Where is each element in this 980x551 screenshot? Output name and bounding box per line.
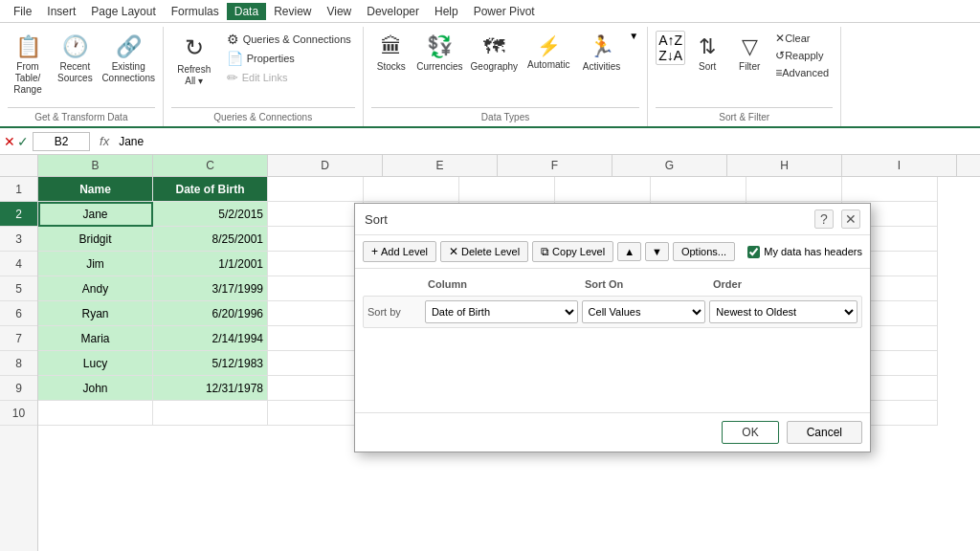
sort-az-za-group[interactable]: A↑Z Z↓A xyxy=(656,31,685,65)
reapply-button[interactable]: ↺ Reapply xyxy=(771,48,833,63)
menu-bar: File Insert Page Layout Formulas Data Re… xyxy=(0,0,980,23)
currencies-button[interactable]: 💱 Currencies xyxy=(413,31,466,77)
stocks-icon: 🏛 xyxy=(381,34,402,59)
properties-label: Properties xyxy=(247,53,295,64)
order-header: Order xyxy=(713,278,858,290)
sortfilter-right-col: ✕ Clear ↺ Reapply ≡ Advanced xyxy=(771,31,833,80)
datatypes-expand-button[interactable]: ▼ xyxy=(628,31,639,41)
delete-level-icon: ✕ xyxy=(449,245,458,258)
advanced-button[interactable]: ≡ Advanced xyxy=(771,65,833,80)
advanced-icon: ≡ xyxy=(775,66,782,79)
currencies-label: Currencies xyxy=(416,61,462,73)
activities-icon: 🏃 xyxy=(589,34,614,59)
dialog-window-controls: ? ✕ xyxy=(814,209,860,229)
sort-column-select[interactable]: Date of Birth Name xyxy=(425,300,578,323)
datatypes-group-label: Data Types xyxy=(371,107,639,122)
dialog-title: Sort xyxy=(365,212,388,227)
activities-label: Activities xyxy=(583,61,620,73)
recent-sources-button[interactable]: 🕐 RecentSources xyxy=(52,31,99,88)
existing-connections-icon: 🔗 xyxy=(116,34,142,59)
sort-button[interactable]: ⇅ Sort xyxy=(687,31,727,77)
from-range-button[interactable]: 📋 FromTable/Range xyxy=(8,31,48,99)
from-range-icon: 📋 xyxy=(15,34,41,59)
stocks-button[interactable]: 🏛 Stocks xyxy=(371,31,412,77)
formula-bar-cancel[interactable]: ✕ xyxy=(4,134,15,149)
menu-power-pivot[interactable]: Power Pivot xyxy=(466,3,543,20)
ok-button[interactable]: OK xyxy=(722,421,778,444)
copy-level-button[interactable]: ⧉ Copy Level xyxy=(532,241,613,262)
queries-col: ⚙ Queries & Connections 📄 Properties ✏ E… xyxy=(223,31,355,86)
queries-icon: ⚙ xyxy=(227,32,239,47)
automatic-button[interactable]: ⚡ Automatic xyxy=(523,31,575,75)
move-down-button[interactable]: ▼ xyxy=(645,242,669,261)
datatypes-expand-icon: ▼ xyxy=(629,31,638,41)
filter-icon: ▽ xyxy=(742,34,758,59)
ribbon: 📋 FromTable/Range 🕐 RecentSources 🔗 Exis… xyxy=(0,23,980,128)
menu-review[interactable]: Review xyxy=(266,3,319,20)
queries-connections-button[interactable]: ⚙ Queries & Connections xyxy=(223,31,355,48)
ribbon-group-datatypes: 🏛 Stocks 💱 Currencies 🗺 Geography ⚡ Auto… xyxy=(364,27,648,126)
geography-icon: 🗺 xyxy=(483,34,504,59)
menu-view[interactable]: View xyxy=(319,3,359,20)
delete-level-button[interactable]: ✕ Delete Level xyxy=(440,241,528,262)
sortfilter-group-label: Sort & Filter xyxy=(656,107,833,122)
ribbon-transform-buttons: 📋 FromTable/Range 🕐 RecentSources 🔗 Exis… xyxy=(8,31,155,107)
options-button[interactable]: Options... xyxy=(673,242,735,261)
menu-developer[interactable]: Developer xyxy=(359,3,427,20)
geography-button[interactable]: 🗺 Geography xyxy=(468,31,521,77)
reapply-icon: ↺ xyxy=(775,49,785,62)
dialog-help-button[interactable]: ? xyxy=(814,209,834,229)
edit-links-button[interactable]: ✏ Edit Links xyxy=(223,69,355,86)
my-data-headers-label[interactable]: My data has headers xyxy=(747,246,862,258)
properties-icon: 📄 xyxy=(227,51,243,66)
sort-az-icon: A↑Z xyxy=(658,33,682,47)
move-up-button[interactable]: ▲ xyxy=(617,242,641,261)
edit-links-icon: ✏ xyxy=(227,70,238,85)
sort-icon: ⇅ xyxy=(699,34,716,59)
stocks-label: Stocks xyxy=(377,61,406,73)
cell-reference-box[interactable] xyxy=(33,132,90,151)
filter-button[interactable]: ▽ Filter xyxy=(729,31,769,77)
dialog-body: Column Sort On Order Sort by Date of Bir… xyxy=(355,269,870,412)
sort-column-headers: Column Sort On Order xyxy=(363,276,862,292)
ribbon-group-sortfilter: A↑Z Z↓A ⇅ Sort ▽ Filter ✕ Clear ↺ Reappl… xyxy=(648,27,841,126)
delete-level-label: Delete Level xyxy=(461,246,520,257)
add-level-button[interactable]: + Add Level xyxy=(363,241,436,262)
ribbon-group-queries: ↻ RefreshAll ▾ ⚙ Queries & Connections 📄… xyxy=(164,27,364,126)
clear-label: Clear xyxy=(785,33,810,44)
cancel-button[interactable]: Cancel xyxy=(787,421,862,444)
refresh-all-button[interactable]: ↻ RefreshAll ▾ xyxy=(171,31,217,91)
reapply-label: Reapply xyxy=(785,50,823,61)
menu-page-layout[interactable]: Page Layout xyxy=(83,3,163,20)
dialog-overlay: Sort ? ✕ + Add Level ✕ Delete Level ⧉ xyxy=(0,155,980,551)
menu-formulas[interactable]: Formulas xyxy=(164,3,227,20)
sort-by-label: Sort by xyxy=(368,306,421,318)
add-level-icon: + xyxy=(371,245,378,258)
sort-order-select[interactable]: Newest to Oldest Oldest to Newest xyxy=(709,300,858,323)
dialog-titlebar: Sort ? ✕ xyxy=(355,204,870,235)
formula-bar-confirm[interactable]: ✓ xyxy=(17,134,29,149)
clear-button[interactable]: ✕ Clear xyxy=(771,31,833,46)
formula-input[interactable] xyxy=(115,133,976,150)
options-label: Options... xyxy=(681,246,726,257)
ribbon-queries-buttons: ↻ RefreshAll ▾ ⚙ Queries & Connections 📄… xyxy=(171,31,355,107)
dialog-close-button[interactable]: ✕ xyxy=(841,209,860,229)
properties-button[interactable]: 📄 Properties xyxy=(223,50,355,67)
filter-label: Filter xyxy=(739,61,760,73)
menu-data[interactable]: Data xyxy=(227,3,266,20)
spreadsheet-container: B C D E F G H I J 1 2 3 4 5 6 7 8 9 10 N… xyxy=(0,155,980,551)
sort-on-select[interactable]: Cell Values Cell Color Font Color Cell I… xyxy=(582,300,706,323)
advanced-label: Advanced xyxy=(782,67,829,78)
ribbon-group-transform: 📋 FromTable/Range 🕐 RecentSources 🔗 Exis… xyxy=(0,27,164,126)
sort-column-header: Column xyxy=(428,278,581,290)
recent-sources-icon: 🕐 xyxy=(62,34,88,59)
activities-button[interactable]: 🏃 Activities xyxy=(577,31,626,77)
fx-label: fx xyxy=(100,134,109,148)
currencies-icon: 💱 xyxy=(427,34,453,59)
menu-insert[interactable]: Insert xyxy=(39,3,83,20)
menu-file[interactable]: File xyxy=(6,3,39,20)
existing-connections-button[interactable]: 🔗 ExistingConnections xyxy=(102,31,155,88)
my-data-headers-checkbox[interactable] xyxy=(747,246,760,258)
dialog-toolbar: + Add Level ✕ Delete Level ⧉ Copy Level … xyxy=(355,235,870,269)
menu-help[interactable]: Help xyxy=(427,3,466,20)
